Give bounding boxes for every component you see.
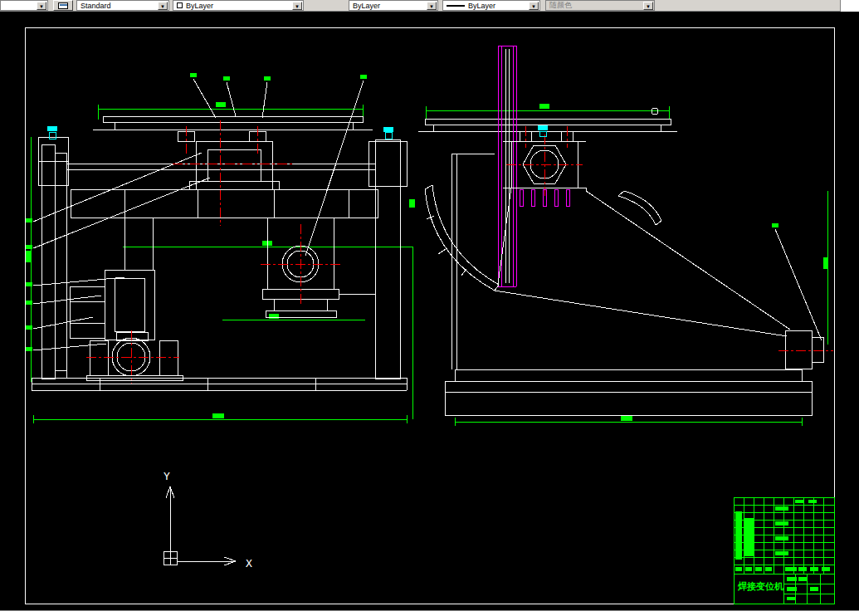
command-area-edge bbox=[0, 610, 859, 616]
cropped-left-dropdown[interactable]: ▼ bbox=[0, 0, 48, 11]
properties-toolbar: ▼ Standard ▼ ByLayer ▼ ByLayer ▼ ByLayer… bbox=[0, 0, 859, 12]
dropdown-arrow-icon[interactable]: ▼ bbox=[292, 2, 302, 10]
style-dropdown[interactable]: Standard ▼ bbox=[76, 0, 169, 11]
layer-icon bbox=[58, 2, 68, 9]
plotstyle-dropdown: 随颜色 ▼ bbox=[545, 0, 655, 11]
dropdown-arrow-icon: ▼ bbox=[643, 2, 653, 10]
lineweight-value: ByLayer bbox=[468, 2, 495, 10]
dropdown-arrow-icon[interactable]: ▼ bbox=[529, 2, 539, 10]
cad-window: ▼ Standard ▼ ByLayer ▼ ByLayer ▼ ByLayer… bbox=[0, 0, 859, 616]
drawing-canvas[interactable]: Y X bbox=[0, 12, 859, 610]
drawing-frame[interactable] bbox=[25, 27, 834, 604]
lineweight-dropdown[interactable]: ByLayer ▼ bbox=[442, 0, 540, 11]
side-view[interactable] bbox=[418, 46, 833, 426]
dropdown-arrow-icon[interactable]: ▼ bbox=[158, 2, 168, 10]
plotstyle-value: 随颜色 bbox=[549, 0, 572, 11]
section-arrow-marker[interactable] bbox=[409, 199, 415, 208]
dropdown-arrow-icon[interactable]: ▼ bbox=[37, 2, 46, 10]
ucs-x-label: X bbox=[246, 557, 252, 570]
lineweight-preview-icon bbox=[447, 5, 465, 7]
dropdown-arrow-icon[interactable]: ▼ bbox=[427, 2, 437, 10]
title-block[interactable]: 焊接变位机 bbox=[734, 497, 834, 604]
drawing[interactable]: Y X bbox=[0, 12, 859, 610]
color-dropdown[interactable]: ByLayer ▼ bbox=[173, 0, 304, 11]
front-view[interactable] bbox=[26, 73, 412, 423]
style-value: Standard bbox=[81, 2, 111, 10]
ucs-y-label: Y bbox=[164, 470, 170, 482]
linetype-dropdown[interactable]: ByLayer ▼ bbox=[349, 0, 438, 11]
title-block-title: 焊接变位机 bbox=[737, 581, 783, 592]
layer-tool-button[interactable] bbox=[53, 0, 73, 11]
toolbar-right-panel bbox=[840, 0, 859, 12]
current-color-swatch bbox=[177, 2, 183, 8]
linetype-value: ByLayer bbox=[353, 2, 380, 10]
color-value: ByLayer bbox=[186, 2, 213, 10]
ucs-icon: Y X bbox=[164, 470, 252, 570]
